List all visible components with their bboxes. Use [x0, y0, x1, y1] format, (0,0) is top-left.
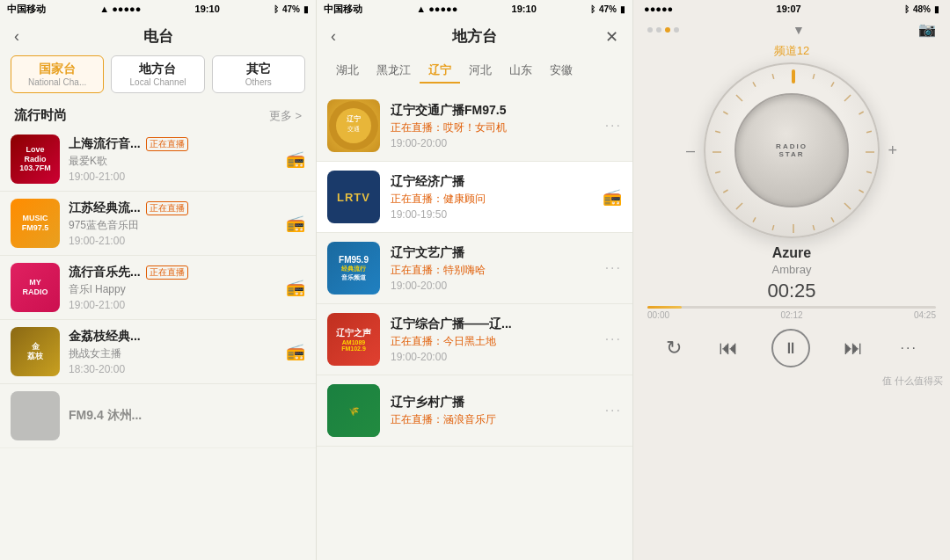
next-button[interactable]: ⏭: [840, 333, 866, 363]
tab-others-label: 其它: [216, 62, 301, 77]
station-item[interactable]: FM95.9 经典流行 音乐频道 辽宁文艺广播 正在直播：特别嗨哈 19:00-…: [317, 233, 632, 304]
station-info-1: 辽宁交通广播FM97.5 正在直播：哎呀！女司机 19:00-20:00: [391, 103, 595, 149]
svg-line-25: [736, 95, 742, 101]
more-link-left[interactable]: 更多 >: [269, 108, 302, 124]
station-item[interactable]: 🌾 辽宁乡村广播 正在直播：涵浪音乐厅 ···: [317, 375, 632, 447]
tab-national[interactable]: 国家台 National Cha...: [11, 55, 104, 93]
radio-sub-2: 975蓝色音乐田: [69, 218, 277, 233]
station-item[interactable]: LRTV 辽宁经济广播 正在直播：健康顾问 19:00-19:50 📻: [317, 162, 632, 233]
prev-button[interactable]: ⏮: [715, 333, 742, 363]
signal-mid: ▲ ●●●●●: [416, 4, 457, 14]
time-left: 19:10: [195, 4, 220, 14]
region-liaoning[interactable]: 辽宁: [420, 59, 460, 84]
dial-container: –: [704, 62, 880, 238]
station-more-btn-3[interactable]: ···: [605, 260, 622, 276]
battery-bar-right: ▮: [934, 4, 939, 14]
play-pause-button[interactable]: ⏸: [771, 329, 810, 367]
region-heilongjiang[interactable]: 黑龙江: [368, 59, 420, 84]
radio-name-2: 江苏经典流...: [69, 200, 141, 216]
station-more-btn-4[interactable]: ···: [605, 331, 622, 347]
more-button[interactable]: ···: [897, 337, 921, 360]
station-name-4: 辽宁综合广播——辽...: [391, 316, 595, 332]
region-hebei[interactable]: 河北: [460, 59, 501, 84]
station-more-btn-5[interactable]: ···: [605, 403, 622, 418]
svg-line-18: [753, 217, 756, 222]
radio-logo-5: [11, 391, 60, 440]
radio-info-3: 流行音乐先... 正在直播 音乐l Happy 19:00-21:00: [69, 265, 277, 311]
dot-3: [665, 27, 670, 33]
dial-outer[interactable]: RADIO STAR: [704, 62, 880, 238]
mid-header: ‹ 地方台 ✕: [317, 18, 632, 55]
station-icon-btn-2[interactable]: 📻: [603, 187, 622, 207]
repeat-button[interactable]: ↻: [662, 333, 685, 363]
track-title: Azure: [772, 245, 811, 261]
radio-icon-btn-3[interactable]: 📻: [286, 278, 305, 297]
station-live-4: 正在直播：今日黑土地: [391, 334, 595, 349]
station-name-5: 辽宁乡村广播: [391, 395, 595, 411]
dot-4: [674, 27, 679, 33]
svg-line-14: [831, 217, 834, 222]
station-more-btn-1[interactable]: ···: [605, 118, 622, 134]
back-button-mid[interactable]: ‹: [331, 27, 336, 46]
svg-line-6: [831, 82, 834, 86]
battery-left: 47%: [282, 4, 300, 14]
radio-icon-btn-1[interactable]: 📻: [286, 149, 305, 169]
left-header: ‹ 电台: [0, 18, 316, 55]
svg-text:交通: 交通: [347, 126, 360, 133]
station-time-3: 19:00-20:00: [391, 280, 595, 292]
close-button-mid[interactable]: ✕: [605, 27, 618, 47]
region-anhui[interactable]: 安徽: [541, 59, 581, 84]
station-logo-general: 辽宁之声 AM1089 FM102.9: [327, 313, 380, 366]
tab-local-label: 地方台: [115, 62, 200, 77]
down-arrow-icon[interactable]: ▼: [793, 23, 805, 37]
radio-time-4: 18:30-20:00: [69, 363, 277, 375]
region-tabs: 湖北 黑龙江 辽宁 河北 山东 安徽: [317, 55, 632, 91]
tab-others[interactable]: 其它 Others: [212, 55, 305, 93]
camera-icon[interactable]: 📷: [918, 21, 936, 38]
live-badge-2: 正在直播: [146, 201, 188, 215]
station-time-4: 19:00-20:00: [391, 351, 595, 363]
list-item[interactable]: MYRADIO 流行音乐先... 正在直播 音乐l Happy 19:00-21…: [0, 256, 316, 320]
radio-list: LoveRadio103.7FM 上海流行音... 正在直播 最爱K歌 19:0…: [0, 127, 316, 448]
svg-line-8: [859, 112, 863, 114]
station-logo-economy: LRTV: [327, 171, 380, 223]
list-item[interactable]: FM9.4 沐州...: [0, 384, 316, 448]
time-current: 00:00: [647, 310, 669, 320]
dial-minus-icon[interactable]: –: [686, 142, 695, 160]
section-title-left: 流行时尚: [14, 107, 67, 124]
bluetooth-icon-left: ᛒ: [274, 4, 279, 14]
radio-info-5: FM9.4 沐州...: [69, 408, 305, 424]
list-item[interactable]: MUSICFM97.5 江苏经典流... 正在直播 975蓝色音乐田 19:00…: [0, 192, 316, 256]
list-item[interactable]: 金荔枝 金荔枝经典... 挑战女主播 18:30-20:00 📻: [0, 320, 316, 384]
svg-line-17: [772, 225, 774, 230]
player-header: ▼ 📷: [633, 18, 950, 41]
dot-1: [647, 27, 653, 33]
svg-line-21: [715, 171, 720, 173]
watermark: 值 什么值得买: [633, 373, 950, 389]
mid-title: 地方台: [452, 26, 497, 47]
time-right: 19:07: [777, 4, 801, 14]
radio-name-4: 金荔枝经典...: [69, 329, 141, 345]
station-info-2: 辽宁经济广播 正在直播：健康顾问 19:00-19:50: [391, 174, 592, 221]
radio-logo-gold: 金荔枝: [11, 327, 60, 376]
track-artist: Ambray: [772, 263, 812, 276]
bluetooth-icon-right: ᛒ: [904, 4, 910, 14]
progress-times: 00:00 02:12 04:25: [647, 310, 936, 320]
region-shandong[interactable]: 山东: [501, 59, 541, 84]
list-item[interactable]: LoveRadio103.7FM 上海流行音... 正在直播 最爱K歌 19:0…: [0, 127, 316, 192]
svg-line-12: [859, 190, 863, 193]
station-name-3: 辽宁文艺广播: [391, 245, 595, 261]
back-button-left[interactable]: ‹: [14, 27, 19, 46]
tab-others-sub: Others: [216, 77, 301, 87]
dial-plus-icon[interactable]: +: [888, 142, 897, 160]
svg-line-13: [844, 203, 851, 209]
station-item[interactable]: 辽宁之声 AM1089 FM102.9 辽宁综合广播——辽... 正在直播：今日…: [317, 304, 632, 375]
radio-icon-btn-2[interactable]: 📻: [286, 214, 305, 233]
radio-icon-btn-4[interactable]: 📻: [286, 342, 305, 361]
tab-local[interactable]: 地方台 Local Channel: [111, 55, 204, 93]
progress-bar-bg[interactable]: [647, 306, 936, 309]
region-hubei[interactable]: 湖北: [327, 59, 368, 84]
station-item[interactable]: 辽宁 交通 辽宁交通广播FM97.5 正在直播：哎呀！女司机 19:00-20:…: [317, 91, 632, 162]
progress-container: 00:00 02:12 04:25: [633, 302, 950, 324]
svg-line-5: [813, 74, 815, 79]
